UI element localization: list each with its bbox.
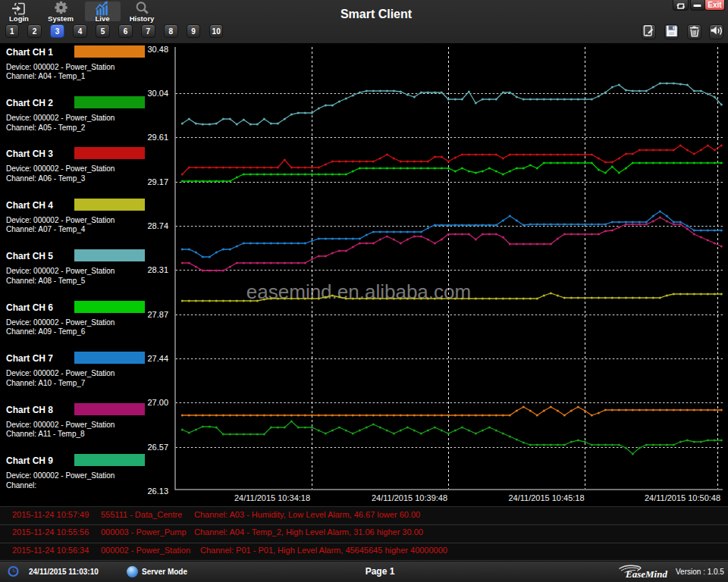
svg-text:24/11/2015 10:39:48: 24/11/2015 10:39:48 — [372, 493, 447, 502]
svg-text:EaseMind: EaseMind — [625, 568, 667, 580]
svg-text:24/11/2015 10:34:18: 24/11/2015 10:34:18 — [234, 493, 310, 502]
svg-text:24/11/2015 10:50:48: 24/11/2015 10:50:48 — [645, 493, 720, 502]
svg-text:24/11/2015 10:45:18: 24/11/2015 10:45:18 — [508, 493, 584, 502]
svg-text:easemind.en.alibaba.com: easemind.en.alibaba.com — [246, 280, 471, 303]
